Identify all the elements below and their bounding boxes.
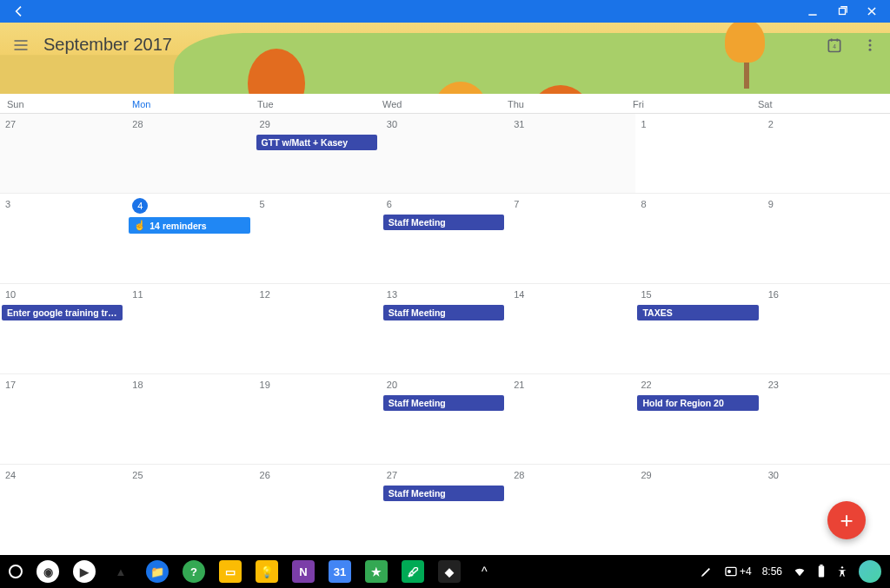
day-cell[interactable]: 1 — [635, 114, 762, 193]
taskbar-app-classroom[interactable]: ▭ — [219, 560, 242, 583]
day-cell[interactable]: 20Staff Meeting — [382, 374, 508, 464]
day-number: 4 — [132, 198, 148, 214]
event-chip[interactable]: Staff Meeting — [383, 215, 504, 230]
event-chip[interactable]: Staff Meeting — [383, 305, 504, 320]
taskbar-app-files[interactable]: 📁 — [146, 560, 169, 583]
day-number: 16 — [765, 287, 888, 305]
clock[interactable]: 8:56 — [762, 565, 782, 578]
event-chip[interactable]: Hold for Region 20 — [637, 395, 758, 411]
taskbar-app-calendar[interactable]: 31 — [329, 560, 351, 583]
avatar[interactable] — [859, 560, 881, 583]
hamburger-icon[interactable] — [10, 35, 31, 56]
day-cell[interactable]: 28 — [127, 114, 254, 193]
day-number: 1 — [637, 117, 760, 135]
day-cell[interactable]: 7 — [508, 194, 635, 283]
taskbar-app-drive[interactable]: ▲ — [110, 560, 132, 583]
wifi-icon[interactable] — [793, 565, 807, 578]
stylus-icon[interactable] — [700, 565, 714, 578]
notif-count: +4 — [740, 565, 752, 578]
day-cell[interactable]: 27 — [0, 114, 127, 193]
reminder-chip[interactable]: ☝14 reminders — [129, 217, 249, 234]
taskbar-app-play[interactable]: ▶ — [73, 560, 96, 583]
day-cell[interactable]: 23 — [763, 374, 890, 464]
day-cell[interactable]: 6Staff Meeting — [382, 194, 508, 283]
day-number: 3 — [2, 197, 125, 215]
event-chip[interactable]: Staff Meeting — [383, 486, 504, 501]
event-chip[interactable]: Staff Meeting — [383, 395, 504, 411]
day-cell[interactable]: 8 — [635, 194, 762, 283]
day-number: 29 — [256, 117, 380, 135]
day-cell[interactable]: 31 — [508, 114, 635, 193]
svg-point-10 — [841, 566, 843, 568]
day-cell[interactable]: 13Staff Meeting — [382, 284, 508, 373]
svg-text:4: 4 — [833, 43, 836, 50]
day-cell[interactable]: 10Enter google training tracking info — [0, 284, 127, 373]
day-cell[interactable]: 27Staff Meeting — [382, 465, 508, 555]
day-cell[interactable]: 22Hold for Region 20 — [635, 374, 762, 464]
launcher-icon[interactable] — [9, 565, 23, 578]
day-cell[interactable]: 2 — [763, 114, 890, 193]
day-number: 25 — [129, 468, 252, 486]
day-cell[interactable]: 29 — [635, 465, 762, 555]
today-icon[interactable]: 4 — [820, 31, 848, 63]
svg-point-7 — [728, 571, 731, 573]
event-chip[interactable]: TAXES — [637, 305, 758, 320]
day-number: 27 — [2, 117, 125, 135]
restore-icon[interactable] — [831, 3, 853, 19]
day-cell[interactable]: 9 — [763, 194, 890, 283]
day-number: 15 — [637, 287, 760, 305]
svg-rect-9 — [820, 565, 822, 566]
day-cell[interactable]: 19 — [255, 374, 382, 464]
notifications-icon[interactable]: +4 — [724, 565, 752, 578]
dow-label: Mon — [132, 99, 257, 109]
svg-point-3 — [869, 39, 872, 42]
day-number: 2 — [765, 117, 888, 135]
taskbar-app-onenote[interactable]: N — [292, 560, 315, 583]
day-number: 18 — [129, 378, 252, 395]
day-cell[interactable]: 30 — [382, 114, 508, 193]
day-cell[interactable]: 11 — [127, 284, 254, 373]
day-cell[interactable]: 30 — [763, 465, 890, 555]
day-cell[interactable]: 4☝14 reminders — [127, 194, 254, 283]
day-cell[interactable]: 18 — [127, 374, 254, 464]
day-cell[interactable]: 14 — [508, 284, 635, 373]
day-cell[interactable]: 26 — [255, 465, 382, 555]
calendar-grid: 272829GTT w/Matt + Kasey30311234☝14 remi… — [0, 114, 890, 555]
day-cell[interactable]: 25 — [127, 465, 254, 555]
day-cell[interactable]: 16 — [763, 284, 890, 373]
day-cell[interactable]: 3 — [0, 194, 127, 283]
taskbar: ◉▶▲📁?▭💡N31★🖊◆ ^ +4 8:56 — [0, 555, 890, 588]
more-vert-icon[interactable] — [857, 32, 883, 62]
day-cell[interactable]: 29GTT w/Matt + Kasey — [255, 114, 382, 193]
svg-rect-8 — [819, 566, 824, 578]
event-chip[interactable]: GTT w/Matt + Kasey — [256, 135, 377, 150]
event-title: TAXES — [642, 307, 672, 318]
taskbar-app-app[interactable]: ◆ — [438, 560, 461, 583]
taskbar-app-chrome[interactable]: ◉ — [37, 560, 59, 583]
dow-label: Wed — [382, 99, 508, 109]
day-number: 26 — [256, 468, 380, 486]
event-chip[interactable]: Enter google training tracking info — [2, 305, 123, 320]
minimize-icon[interactable] — [801, 3, 824, 19]
battery-icon[interactable] — [817, 565, 826, 578]
day-cell[interactable]: 21 — [508, 374, 635, 464]
day-cell[interactable]: 17 — [0, 374, 127, 464]
taskbar-app-keep[interactable]: 💡 — [256, 560, 278, 583]
day-cell[interactable]: 15TAXES — [635, 284, 762, 373]
day-number: 21 — [510, 378, 634, 395]
taskbar-overflow-icon[interactable]: ^ — [482, 565, 488, 578]
back-icon[interactable] — [7, 3, 31, 20]
taskbar-app-pen[interactable]: 🖊 — [402, 560, 424, 583]
taskbar-app-help[interactable]: ? — [183, 560, 205, 583]
day-cell[interactable]: 24 — [0, 465, 127, 555]
create-event-fab[interactable]: + — [827, 501, 866, 539]
day-cell[interactable]: 12 — [255, 284, 382, 373]
day-cell[interactable]: 5 — [255, 194, 382, 283]
taskbar-app-evernote[interactable]: ★ — [365, 560, 388, 583]
accessibility-icon[interactable] — [836, 565, 848, 578]
day-number: 22 — [637, 378, 760, 395]
close-icon[interactable] — [860, 3, 883, 19]
svg-rect-0 — [840, 9, 846, 15]
day-number: 28 — [510, 468, 634, 486]
day-cell[interactable]: 28 — [508, 465, 635, 555]
